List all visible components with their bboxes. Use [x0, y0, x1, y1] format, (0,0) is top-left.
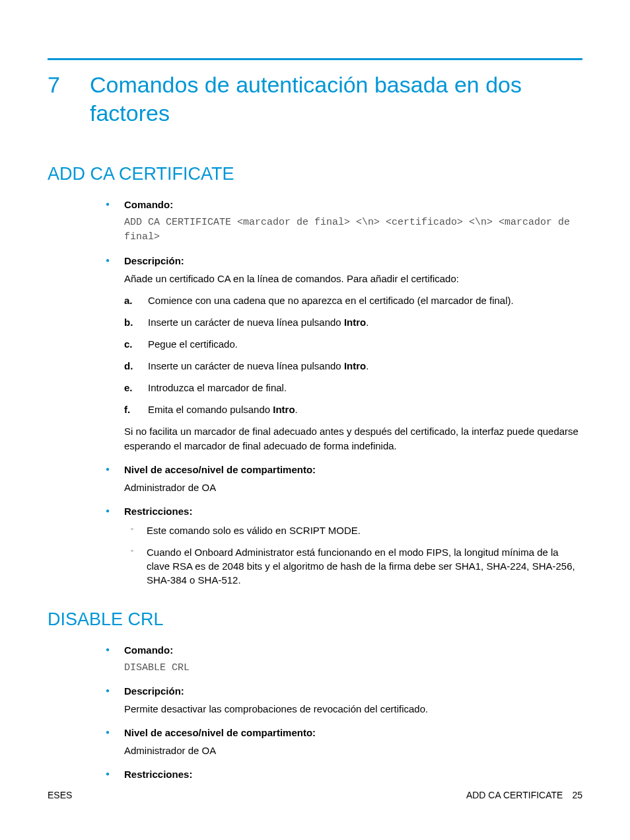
nivel-text-2: Administrador de OA	[124, 744, 582, 758]
restricciones-list: Este comando solo es válido en SCRIPT MO…	[124, 523, 582, 587]
descripcion-text-2: Permite desactivar las comprobaciones de…	[124, 702, 582, 716]
descripcion-label: Descripción:	[124, 255, 582, 266]
section1-content: Comando: ADD CA CERTIFICATE <marcador de…	[100, 199, 582, 587]
item-comando-2: Comando: DISABLE CRL	[100, 644, 582, 675]
page-content: 7 Comandos de autenticación basada en do…	[0, 0, 630, 780]
section-heading-add-ca: ADD CA CERTIFICATE	[48, 164, 582, 184]
comando-label-2: Comando:	[124, 644, 582, 656]
footer-right: ADD CA CERTIFICATE 25	[466, 790, 582, 800]
descripcion-note: Si no facilita un marcador de final adec…	[124, 424, 582, 453]
step-f: f.Emita el comando pulsando Intro.	[124, 402, 582, 416]
comando-text: ADD CA CERTIFICATE <marcador de final> <…	[124, 215, 582, 245]
descripcion-intro: Añade un certificado CA en la línea de c…	[124, 272, 582, 286]
footer-page-number: 25	[572, 790, 582, 800]
page-footer: ESES ADD CA CERTIFICATE 25	[48, 790, 582, 800]
step-c: c.Pegue el certificado.	[124, 337, 582, 351]
item-comando: Comando: ADD CA CERTIFICATE <marcador de…	[100, 199, 582, 245]
chapter-number: 7	[48, 71, 90, 99]
nivel-text: Administrador de OA	[124, 480, 582, 495]
restriccion-1: Este comando solo es válido en SCRIPT MO…	[124, 523, 582, 537]
comando-label: Comando:	[124, 199, 582, 210]
chapter-title: Comandos de autenticación basada en dos …	[90, 71, 582, 127]
restriccion-2: Cuando el Onboard Administrator está fun…	[124, 545, 582, 587]
section2-content: Comando: DISABLE CRL Descripción: Permit…	[100, 644, 582, 780]
step-b: b.Inserte un carácter de nueva línea pul…	[124, 315, 582, 329]
item-nivel-2: Nivel de acceso/nivel de compartimento: …	[100, 727, 582, 758]
step-a: a.Comience con una cadena que no aparezc…	[124, 293, 582, 307]
nivel-label: Nivel de acceso/nivel de compartimento:	[124, 464, 582, 475]
descripcion-label-2: Descripción:	[124, 685, 582, 697]
item-descripcion-2: Descripción: Permite desactivar las comp…	[100, 685, 582, 716]
item-nivel: Nivel de acceso/nivel de compartimento: …	[100, 464, 582, 495]
item-descripcion: Descripción: Añade un certificado CA en …	[100, 255, 582, 453]
restricciones-label: Restricciones:	[124, 506, 582, 517]
chapter-heading: 7 Comandos de autenticación basada en do…	[48, 71, 582, 127]
ordered-steps: a.Comience con una cadena que no aparezc…	[124, 293, 582, 416]
step-e: e.Introduzca el marcador de final.	[124, 381, 582, 395]
restricciones-label-2: Restricciones:	[124, 769, 582, 780]
chapter-rule	[48, 58, 582, 60]
footer-left: ESES	[48, 790, 72, 800]
section-heading-disable-crl: DISABLE CRL	[48, 609, 582, 630]
comando-text-2: DISABLE CRL	[124, 661, 582, 675]
nivel-label-2: Nivel de acceso/nivel de compartimento:	[124, 727, 582, 738]
item-restricciones: Restricciones: Este comando solo es váli…	[100, 506, 582, 587]
footer-section: ADD CA CERTIFICATE	[466, 790, 563, 800]
step-d: d.Inserte un carácter de nueva línea pul…	[124, 359, 582, 373]
item-restricciones-2: Restricciones:	[100, 769, 582, 780]
